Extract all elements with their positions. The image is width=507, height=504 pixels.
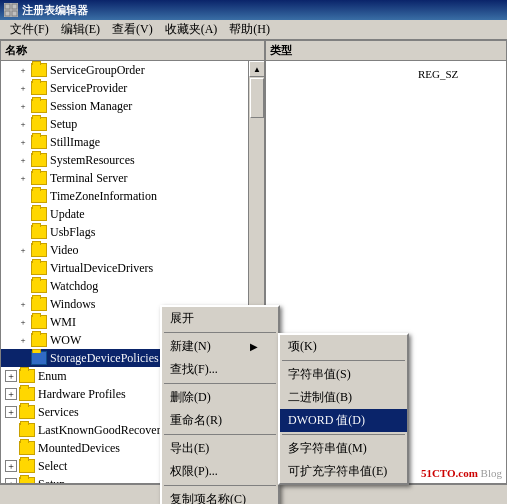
tree-label: WOW — [50, 333, 81, 348]
submenu-separator — [282, 360, 405, 361]
edit-menu[interactable]: 编辑(E) — [55, 19, 106, 40]
folder-icon — [19, 423, 35, 437]
tree-label: Setup — [50, 117, 77, 132]
submenu-item-multistring[interactable]: 多字符串值(M) — [280, 437, 407, 460]
tree-header: 名称 — [1, 41, 264, 61]
tree-item-session-manager[interactable]: + Session Manager — [1, 97, 264, 115]
folder-icon — [31, 63, 47, 77]
expand-icon — [15, 206, 31, 222]
submenu-item-dword[interactable]: DWORD 值(D) — [280, 409, 407, 432]
tree-item-usbflags[interactable]: UsbFlags — [1, 223, 264, 241]
context-menu-new[interactable]: 新建(N) ▶ 项(K) 字符串值(S) 二进制值(B) DWORD 值(D) — [162, 335, 278, 358]
context-menu-rename[interactable]: 重命名(R) — [162, 409, 278, 432]
context-menu[interactable]: 展开 新建(N) ▶ 项(K) 字符串值(S) 二进制值(B) DWORD 值(… — [160, 305, 280, 504]
context-menu-copy[interactable]: 复制项名称(C) — [162, 488, 278, 504]
folder-icon — [19, 441, 35, 455]
submenu[interactable]: 项(K) 字符串值(S) 二进制值(B) DWORD 值(D) 多字符串值(M)… — [278, 333, 409, 485]
reg-entry-type: REG_SZ — [418, 68, 498, 80]
tree-label: Update — [50, 207, 85, 222]
submenu-item-binary[interactable]: 二进制值(B) — [280, 386, 407, 409]
folder-icon — [31, 315, 47, 329]
context-menu-find[interactable]: 查找(F)... — [162, 358, 278, 381]
expand-icon — [15, 350, 31, 366]
app-icon — [4, 3, 18, 17]
folder-icon — [31, 333, 47, 347]
expand-icon: + — [15, 98, 31, 114]
tree-item-update[interactable]: Update — [1, 205, 264, 223]
folder-icon — [31, 99, 47, 113]
tree-item-systemresources[interactable]: + SystemResources — [1, 151, 264, 169]
tree-item-stillimage[interactable]: + StillImage — [1, 133, 264, 151]
tree-label: Services — [38, 405, 79, 420]
tree-label: Watchdog — [50, 279, 98, 294]
expand-icon: + — [15, 170, 31, 186]
tree-label: ServiceProvider — [50, 81, 127, 96]
expand-icon: + — [5, 478, 17, 483]
tree-item-setup[interactable]: + Setup — [1, 115, 264, 133]
tree-label: UsbFlags — [50, 225, 95, 240]
folder-icon — [31, 279, 47, 293]
tree-label: Video — [50, 243, 79, 258]
app-title: 注册表编辑器 — [22, 3, 88, 18]
folder-icon — [31, 225, 47, 239]
submenu-arrow: ▶ — [250, 341, 258, 352]
expand-icon — [15, 188, 31, 204]
scroll-thumb[interactable] — [250, 78, 264, 118]
folder-icon — [31, 243, 47, 257]
folder-icon — [19, 369, 35, 383]
expand-icon: + — [15, 314, 31, 330]
tree-label: TimeZoneInformation — [50, 189, 157, 204]
expand-icon: + — [15, 62, 31, 78]
tree-item-watchdog[interactable]: Watchdog — [1, 277, 264, 295]
tree-item-serviceprovider[interactable]: + ServiceProvider — [1, 79, 264, 97]
expand-icon: + — [15, 242, 31, 258]
menu-separator2 — [164, 383, 276, 384]
svg-rect-3 — [12, 11, 17, 16]
context-menu-expand[interactable]: 展开 — [162, 307, 278, 330]
tree-label: VirtualDeviceDrivers — [50, 261, 153, 276]
menu-separator3 — [164, 434, 276, 435]
tree-item-terminal-server[interactable]: + Terminal Server — [1, 169, 264, 187]
submenu-separator2 — [282, 434, 405, 435]
right-header: 类型 — [266, 41, 506, 61]
expand-icon: + — [5, 460, 17, 472]
tree-label: Setup — [38, 477, 65, 484]
help-menu[interactable]: 帮助(H) — [223, 19, 276, 40]
reg-entry: REG_SZ — [270, 65, 502, 83]
submenu-item-string[interactable]: 字符串值(S) — [280, 363, 407, 386]
context-menu-delete[interactable]: 删除(D) — [162, 386, 278, 409]
tree-label: Enum — [38, 369, 67, 384]
tree-label: ServiceGroupOrder — [50, 63, 145, 78]
submenu-item-key[interactable]: 项(K) — [280, 335, 407, 358]
context-menu-export[interactable]: 导出(E) — [162, 437, 278, 460]
folder-icon — [19, 477, 35, 483]
tree-item-timezoneinfo[interactable]: TimeZoneInformation — [1, 187, 264, 205]
expand-icon: + — [15, 332, 31, 348]
menu-separator4 — [164, 485, 276, 486]
context-menu-permissions[interactable]: 权限(P)... — [162, 460, 278, 483]
tree-label: Terminal Server — [50, 171, 127, 186]
expand-icon: + — [15, 134, 31, 150]
expand-icon — [5, 422, 17, 438]
folder-icon — [31, 81, 47, 95]
title-bar: 注册表编辑器 — [0, 0, 507, 20]
folder-icon — [19, 405, 35, 419]
tree-label: Select — [38, 459, 67, 474]
tree-item-video[interactable]: + Video — [1, 241, 264, 259]
expand-icon: + — [15, 152, 31, 168]
folder-icon — [31, 153, 47, 167]
tree-item-virtualdevicedrivers[interactable]: VirtualDeviceDrivers — [1, 259, 264, 277]
tree-label: StorageDevicePolicies — [50, 351, 159, 366]
folder-icon — [31, 171, 47, 185]
tree-item-servicegrouporder[interactable]: + ServiceGroupOrder — [1, 61, 264, 79]
favorites-menu[interactable]: 收藏夹(A) — [159, 19, 224, 40]
expand-icon: + — [15, 116, 31, 132]
view-menu[interactable]: 查看(V) — [106, 19, 159, 40]
submenu-item-expandstring[interactable]: 可扩充字符串值(E) — [280, 460, 407, 483]
scroll-up-button[interactable]: ▲ — [249, 61, 265, 77]
file-menu[interactable]: 文件(F) — [4, 19, 55, 40]
svg-rect-1 — [12, 4, 17, 9]
tree-label: SystemResources — [50, 153, 135, 168]
folder-icon — [19, 387, 35, 401]
tree-label: WMI — [50, 315, 76, 330]
